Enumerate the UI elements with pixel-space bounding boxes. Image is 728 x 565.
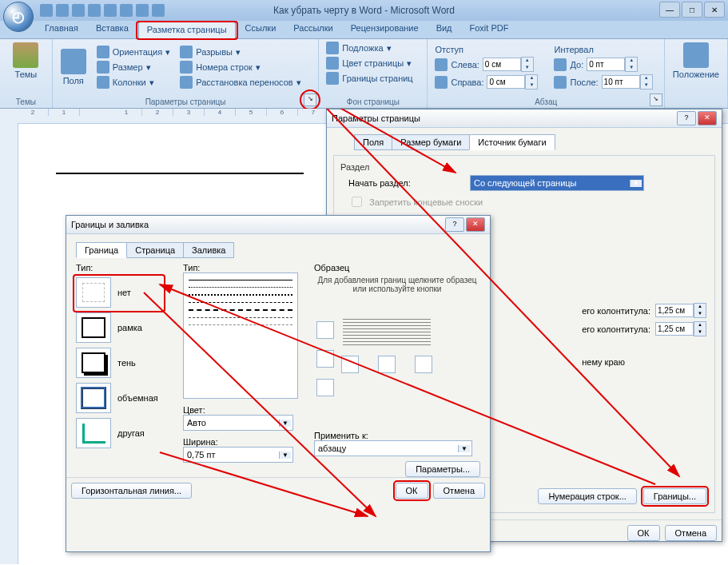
horizontal-line-button[interactable]: Горизонтальная линия... <box>71 483 192 499</box>
tab-page-layout[interactable]: Разметка страницы <box>138 22 236 39</box>
tab-view[interactable]: Вид <box>428 21 460 38</box>
breaks-button[interactable]: Разрывы ▾ <box>177 45 303 59</box>
borders-ok-button[interactable]: ОК <box>396 483 428 499</box>
watermark-button[interactable]: Подложка ▾ <box>324 41 422 55</box>
orientation-button[interactable]: Ориентация ▾ <box>94 45 173 59</box>
margins-button[interactable]: Поля <box>58 47 90 87</box>
tab-references[interactable]: Ссылки <box>237 21 284 38</box>
start-section-label: Начать раздел: <box>348 178 465 188</box>
tab-mailings[interactable]: Рассылки <box>285 21 340 38</box>
preview-mid-btn[interactable] <box>316 350 334 368</box>
width-select[interactable]: 0,75 пт▼ <box>183 447 293 463</box>
space-after-icon <box>554 76 567 89</box>
tab-foxit[interactable]: Foxit PDF <box>462 21 517 38</box>
vertical-ruler <box>0 109 18 564</box>
hyphenation-button[interactable]: Расстановка переносов ▾ <box>177 75 303 90</box>
pagesetup-tab-paper[interactable]: Размер бумаги <box>392 134 470 150</box>
qat-item-icon[interactable] <box>104 4 117 17</box>
size-button[interactable]: Размер ▾ <box>94 60 173 74</box>
start-section-select[interactable]: Со следующей страницы▼ <box>470 175 644 191</box>
tab-insert[interactable]: Вставка <box>88 21 137 38</box>
border-type-none[interactable]: нет <box>76 277 172 308</box>
preview-top-btn[interactable] <box>316 321 334 339</box>
border-type-shadow[interactable]: тень <box>76 348 172 378</box>
position-button[interactable]: Положение <box>670 41 722 97</box>
document-area[interactable] <box>56 141 304 174</box>
group-page-setup-label: Параметры страницы <box>58 97 314 108</box>
page-borders-button[interactable]: Границы страниц <box>324 71 422 86</box>
qat-item-icon[interactable] <box>152 4 165 17</box>
ribbon-tabs: Главная Вставка Разметка страницы Ссылки… <box>0 21 728 39</box>
qat-undo-icon[interactable] <box>56 4 69 17</box>
preview-right-btn[interactable] <box>415 356 432 373</box>
border-type-box[interactable]: рамка <box>76 312 172 343</box>
header-distance-input[interactable]: ▲▼ <box>655 303 706 318</box>
borders-tab-page[interactable]: Страница <box>126 242 184 258</box>
borders-tab-border[interactable]: Граница <box>76 242 127 258</box>
paragraph-launcher[interactable]: ↘ <box>650 94 662 106</box>
qat-redo-icon[interactable] <box>72 4 85 17</box>
ribbon: Темы Темы Поля Ориентация ▾ Размер ▾ Кол… <box>0 39 728 109</box>
footer-distance-label: его колонтитула: <box>582 324 650 334</box>
quick-access-toolbar <box>40 4 165 17</box>
preview-area[interactable] <box>314 296 459 426</box>
columns-button[interactable]: Колонки ▾ <box>94 75 173 90</box>
page-color-icon <box>326 57 339 70</box>
border-options-button[interactable]: Параметры... <box>405 461 480 477</box>
type-shadow-icon <box>76 348 111 378</box>
color-label: Цвет: <box>183 405 303 415</box>
columns-icon <box>97 76 109 89</box>
footer-distance-input[interactable]: ▲▼ <box>655 321 706 336</box>
borders-dlg-button[interactable]: Границы... <box>643 488 706 504</box>
pagesetup-tab-layout[interactable]: Источник бумаги <box>469 134 555 150</box>
horizontal-line-shape <box>56 173 304 174</box>
dialog-close-button[interactable]: ✕ <box>698 111 717 125</box>
qat-save-icon[interactable] <box>40 4 53 17</box>
borders-tab-shading[interactable]: Заливка <box>183 242 234 258</box>
line-numbers-button[interactable]: Номера строк ▾ <box>177 60 303 74</box>
page-color-button[interactable]: Цвет страницы ▾ <box>324 56 422 70</box>
breaks-icon <box>180 46 193 58</box>
type-3d-icon <box>76 383 111 413</box>
page-setup-launcher[interactable]: ↘ <box>304 94 316 106</box>
apply-to-select[interactable]: абзацу▼ <box>314 440 472 456</box>
line-numbers-dlg-button[interactable]: Нумерация строк... <box>538 488 636 504</box>
preview-bottom-btn[interactable] <box>316 379 334 396</box>
header-distance-label: его колонтитула: <box>582 306 650 316</box>
close-button[interactable]: ✕ <box>704 2 725 18</box>
preview-left-btn[interactable] <box>341 356 359 373</box>
space-before-input[interactable]: ▲▼ <box>587 57 638 72</box>
group-paragraph-label: Абзац <box>432 97 658 108</box>
borders-cancel-button[interactable]: Отмена <box>433 483 485 499</box>
qat-print-icon[interactable] <box>88 4 101 17</box>
border-type-3d[interactable]: объемная <box>76 383 172 413</box>
qat-item-icon[interactable] <box>120 4 133 17</box>
themes-button[interactable]: Темы <box>5 41 47 81</box>
page-setup-dialog-title: Параметры страницы <box>332 113 420 123</box>
pagesetup-ok-button[interactable]: ОК <box>627 525 660 541</box>
pagesetup-cancel-button[interactable]: Отмена <box>665 525 717 541</box>
indent-left-input[interactable]: ▲▼ <box>483 57 534 72</box>
spacing-header: Интервал <box>554 45 593 54</box>
office-button[interactable]: ◴ <box>3 2 34 32</box>
pagesetup-tab-margins[interactable]: Поля <box>354 134 392 150</box>
line-numbers-icon <box>180 61 193 74</box>
indent-right-input[interactable]: ▲▼ <box>487 74 538 90</box>
qat-item-icon[interactable] <box>136 4 149 17</box>
line-style-list[interactable] <box>183 273 298 399</box>
color-select[interactable]: Авто▼ <box>183 415 293 431</box>
tab-home[interactable]: Главная <box>37 21 86 38</box>
maximize-button[interactable]: □ <box>682 2 702 18</box>
preview-center-btn[interactable] <box>378 356 396 373</box>
dialog-close-button[interactable]: ✕ <box>466 217 485 232</box>
type-box-icon <box>76 312 111 343</box>
type-custom-icon <box>76 418 111 448</box>
border-type-custom[interactable]: другая <box>76 418 172 448</box>
dialog-help-button[interactable]: ? <box>677 111 696 125</box>
preview-label: Образец <box>314 263 480 273</box>
tab-review[interactable]: Рецензирование <box>343 21 427 38</box>
space-after-input[interactable]: ▲▼ <box>602 74 653 90</box>
minimize-button[interactable]: — <box>659 2 680 18</box>
dialog-help-button[interactable]: ? <box>445 217 464 232</box>
suppress-endnotes-checkbox[interactable] <box>352 197 362 207</box>
